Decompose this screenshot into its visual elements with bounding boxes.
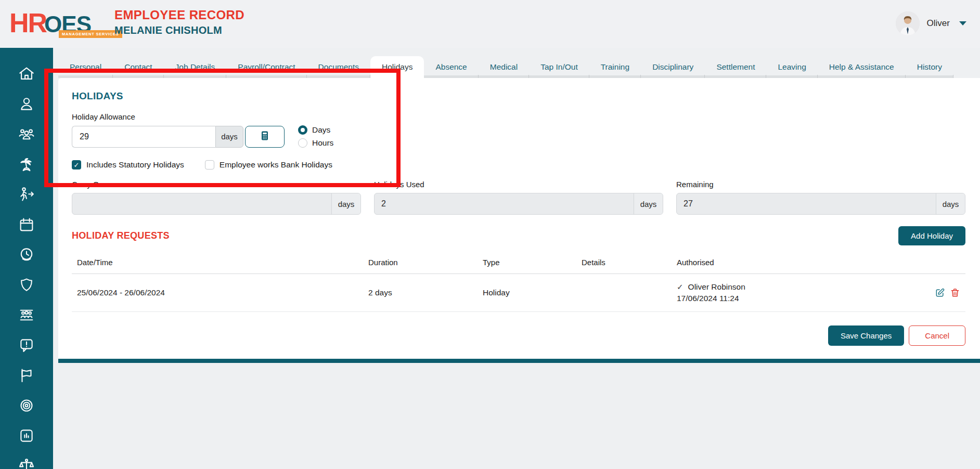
logo-badge: MANAGEMENT SERVICES (59, 30, 122, 38)
logo-hr-text: HR (9, 8, 46, 38)
leaver-icon (18, 186, 35, 205)
checkbox-works-bank-holidays[interactable]: Employee works Bank Holidays (205, 160, 332, 170)
employee-icon (18, 95, 35, 115)
flag-icon (18, 367, 35, 386)
tab-documents[interactable]: Documents (307, 56, 370, 78)
carry-over-field: Carry Over days (72, 180, 361, 215)
sidebar-item-flags[interactable] (0, 361, 53, 392)
tab-personal[interactable]: Personal (58, 56, 113, 78)
cell-authorised: ✓ Oliver Robinson 17/06/2024 11:24 (672, 274, 895, 312)
calculator-icon (259, 129, 271, 144)
trash-icon (950, 288, 960, 298)
cell-type: Holiday (478, 274, 576, 312)
calendar-icon (18, 216, 35, 236)
col-date-time: Date/Time (72, 251, 363, 274)
sidebar-item-legal[interactable] (0, 452, 53, 469)
cell-date-time: 25/06/2024 - 26/06/2024 (72, 274, 363, 312)
meeting-room-icon (18, 306, 35, 326)
scales-icon (18, 457, 35, 469)
user-name: Oliver (927, 18, 950, 29)
sidebar-item-alerts[interactable] (0, 331, 53, 361)
tab-holidays[interactable]: Holidays (370, 56, 424, 78)
radio-days-label: Days (312, 125, 330, 135)
tab-settlement[interactable]: Settlement (705, 56, 766, 78)
table-row: 25/06/2024 - 26/06/2024 2 days Holiday ✓… (72, 274, 965, 312)
radio-days-dot[interactable] (298, 125, 307, 135)
shield-icon (18, 276, 35, 296)
sidebar-item-leavers[interactable] (0, 180, 53, 211)
user-menu[interactable]: Oliver (896, 11, 966, 35)
sidebar-item-team[interactable] (0, 120, 53, 150)
tab-help-assistance[interactable]: Help & Assistance (818, 56, 906, 78)
home-icon (18, 65, 35, 85)
hroes-logo: HROES MANAGEMENT SERVICES (9, 7, 108, 42)
remaining-label: Remaining (676, 180, 965, 189)
radio-hours[interactable]: Hours (298, 138, 333, 148)
user-avatar[interactable] (896, 11, 920, 35)
tab-medical[interactable]: Medical (479, 56, 529, 78)
tab-history[interactable]: History (906, 56, 953, 78)
sidebar-item-holidays[interactable] (0, 150, 53, 180)
team-icon (18, 125, 35, 145)
sidebar-item-home[interactable] (0, 60, 53, 90)
save-changes-button[interactable]: Save Changes (828, 325, 904, 346)
sidebar-item-meetings[interactable] (0, 301, 53, 331)
holiday-requests-title: HOLIDAY REQUESTS (72, 230, 170, 241)
employee-name: MELANIE CHISHOLM (114, 24, 244, 36)
holidays-panel: HOLIDAYS Holiday Allowance days Days (58, 78, 980, 363)
tab-training[interactable]: Training (589, 56, 641, 78)
sidebar-item-employee[interactable] (0, 90, 53, 120)
tab-absence[interactable]: Absence (424, 56, 478, 78)
col-type: Type (478, 251, 576, 274)
page-title: EMPLOYEE RECORD (114, 8, 244, 22)
tab-contact[interactable]: Contact (113, 56, 163, 78)
bar-chart-icon (18, 427, 35, 447)
statutory-checkbox-box[interactable] (72, 160, 81, 170)
cell-actions (895, 274, 965, 312)
statutory-checkbox-label: Includes Statutory Holidays (86, 160, 184, 170)
sidebar-item-calendar[interactable] (0, 211, 53, 241)
tab-job-details[interactable]: Job Details (164, 56, 227, 78)
sidebar-item-security[interactable] (0, 271, 53, 301)
allowance-calculator-button[interactable] (245, 126, 285, 148)
palm-tree-icon (18, 155, 35, 175)
checkbox-includes-statutory[interactable]: Includes Statutory Holidays (72, 160, 184, 170)
top-header: HROES MANAGEMENT SERVICES EMPLOYEE RECOR… (0, 0, 980, 48)
sidebar-item-targets[interactable] (0, 392, 53, 422)
delete-request-button[interactable] (950, 288, 960, 298)
col-actions (895, 251, 965, 274)
chevron-down-icon[interactable] (959, 21, 966, 25)
carry-over-unit: days (331, 193, 360, 214)
edit-icon (935, 288, 945, 298)
tab-disciplinary[interactable]: Disciplinary (641, 56, 705, 78)
radio-hours-label: Hours (312, 138, 333, 148)
authorised-at: 17/06/2024 11:24 (677, 294, 890, 303)
holidays-used-value: 2 (375, 193, 634, 214)
remaining-value: 27 (677, 193, 936, 214)
holidays-used-label: Holidays Used (374, 180, 663, 189)
holidays-used-field: Holidays Used 2 days (374, 180, 663, 215)
col-authorised: Authorised (672, 251, 895, 274)
allowance-unit-radios: Days Hours (298, 125, 333, 148)
holiday-allowance-group: days (72, 126, 285, 148)
tab-payroll-contract[interactable]: Payroll/Contract (226, 56, 306, 78)
radio-hours-dot[interactable] (298, 138, 307, 148)
cell-details (576, 274, 672, 312)
sidebar-item-reports[interactable] (0, 422, 53, 452)
add-holiday-button[interactable]: Add Holiday (898, 226, 965, 245)
authorised-by: Oliver Robinson (688, 282, 745, 292)
cancel-button[interactable]: Cancel (909, 325, 965, 346)
radio-days[interactable]: Days (298, 125, 333, 135)
sidebar-nav (0, 48, 53, 469)
record-tabs: Personal Contact Job Details Payroll/Con… (58, 56, 953, 78)
authorised-check-icon: ✓ (677, 282, 684, 292)
col-duration: Duration (363, 251, 478, 274)
sidebar-item-time[interactable] (0, 241, 53, 271)
bank-holidays-checkbox-box[interactable] (205, 160, 214, 170)
remaining-unit: days (936, 193, 965, 214)
edit-request-button[interactable] (935, 288, 945, 298)
tab-tap-in-out[interactable]: Tap In/Out (529, 56, 589, 78)
tab-leaving[interactable]: Leaving (766, 56, 817, 78)
holiday-allowance-input[interactable] (72, 126, 215, 148)
table-header-row: Date/Time Duration Type Details Authoris… (72, 251, 965, 274)
